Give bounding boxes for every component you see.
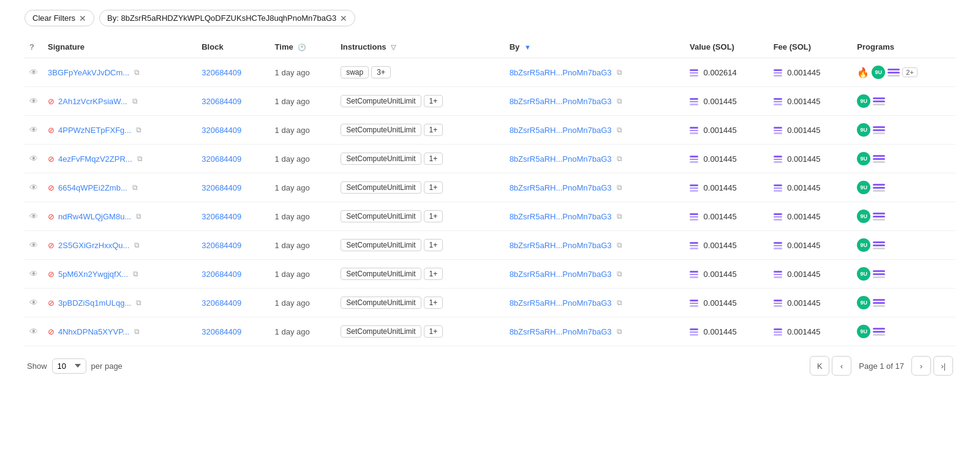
by-link[interactable]: 8bZsrR5aRH...PnoMn7baG3 (510, 327, 612, 336)
clear-filters-button[interactable]: Clear Filters ✕ (24, 10, 94, 26)
error-icon: ⊘ (48, 97, 55, 106)
time-cell: 1 day ago (270, 202, 336, 231)
by-copy-icon[interactable]: ⧉ (617, 68, 622, 77)
by-link[interactable]: 8bZsrR5aRH...PnoMn7baG3 (510, 298, 612, 308)
instruction-badge[interactable]: 1+ (424, 325, 443, 338)
copy-icon[interactable]: ⧉ (137, 154, 143, 163)
eye-icon[interactable]: 👁 (29, 327, 38, 336)
block-link[interactable]: 320684409 (202, 183, 241, 192)
block-link[interactable]: 320684409 (202, 154, 241, 164)
copy-icon[interactable]: ⧉ (134, 241, 140, 249)
help-icon[interactable]: ? (29, 42, 34, 51)
prev-page-button[interactable]: ‹ (832, 356, 851, 376)
eye-icon[interactable]: 👁 (29, 67, 38, 77)
copy-icon[interactable]: ⧉ (134, 327, 140, 336)
by-copy-icon[interactable]: ⧉ (617, 212, 622, 221)
by-copy-icon[interactable]: ⧉ (617, 327, 622, 336)
signature-link[interactable]: 6654qWPEi2Zmb... (58, 183, 127, 192)
block-link[interactable]: 320684409 (202, 97, 241, 106)
eye-icon[interactable]: 👁 (29, 240, 38, 250)
next-page-button[interactable]: › (911, 356, 931, 376)
by-link[interactable]: 8bZsrR5aRH...PnoMn7baG3 (510, 126, 612, 135)
by-copy-icon[interactable]: ⧉ (617, 97, 622, 105)
instruction-badge[interactable]: SetComputeUnitLimit (341, 325, 421, 338)
block-link[interactable]: 320684409 (202, 241, 241, 250)
show-label: Show (27, 361, 47, 371)
signature-link[interactable]: 4PPWzNETpFXFg... (58, 126, 131, 135)
per-page-select[interactable]: 10 25 50 100 (52, 358, 86, 374)
signature-link[interactable]: 3BGFpYeAkVJvDCm... (48, 68, 129, 77)
clear-filters-close-icon[interactable]: ✕ (79, 14, 86, 23)
by-copy-icon[interactable]: ⧉ (617, 183, 622, 192)
eye-icon[interactable]: 👁 (29, 211, 38, 221)
signature-link[interactable]: 2S5GXiGrzHxxQu... (58, 241, 129, 250)
instructions-cell: SetComputeUnitLimit1+ (336, 231, 504, 260)
instruction-badge[interactable]: 3+ (371, 66, 391, 78)
eye-icon[interactable]: 👁 (29, 298, 38, 308)
by-copy-icon[interactable]: ⧉ (617, 126, 622, 134)
copy-icon[interactable]: ⧉ (136, 212, 141, 221)
eye-icon[interactable]: 👁 (29, 96, 38, 106)
instruction-badge[interactable]: SetComputeUnitLimit (341, 297, 421, 309)
instruction-badge[interactable]: 1+ (424, 95, 443, 107)
copy-icon[interactable]: ⧉ (134, 68, 140, 77)
last-page-button[interactable]: ›| (933, 356, 953, 376)
by-link[interactable]: 8bZsrR5aRH...PnoMn7baG3 (510, 183, 612, 192)
instruction-badge[interactable]: SetComputeUnitLimit (341, 181, 421, 194)
instructions-filter-icon[interactable]: ▽ (391, 44, 396, 51)
instruction-badge[interactable]: 1+ (424, 268, 443, 280)
instruction-badge[interactable]: SetComputeUnitLimit (341, 210, 421, 222)
signature-link[interactable]: 4ezFvFMqzV2ZPR... (58, 154, 132, 164)
first-page-button[interactable]: K (810, 356, 829, 376)
by-copy-icon[interactable]: ⧉ (617, 298, 622, 307)
instruction-badge[interactable]: 1+ (424, 153, 443, 165)
copy-icon[interactable]: ⧉ (136, 298, 141, 307)
eye-cell: 👁 (24, 145, 43, 173)
instruction-badge[interactable]: 1+ (424, 297, 443, 309)
instruction-badge[interactable]: SetComputeUnitLimit (341, 124, 421, 136)
by-copy-icon[interactable]: ⧉ (617, 270, 622, 278)
copy-icon[interactable]: ⧉ (133, 270, 138, 278)
eye-icon[interactable]: 👁 (29, 183, 38, 192)
copy-icon[interactable]: ⧉ (136, 126, 141, 134)
block-link[interactable]: 320684409 (202, 68, 241, 77)
signature-link[interactable]: 3pBDZiSq1mULqg... (58, 298, 131, 308)
by-filter-icon[interactable]: ▼ (524, 44, 531, 51)
instruction-badge[interactable]: 1+ (424, 239, 443, 251)
instruction-badge[interactable]: 1+ (424, 210, 443, 222)
by-link[interactable]: 8bZsrR5aRH...PnoMn7baG3 (510, 270, 612, 279)
time-clock-icon[interactable]: 🕐 (298, 44, 306, 51)
block-link[interactable]: 320684409 (202, 126, 241, 135)
active-filter-chip[interactable]: By: 8bZsrR5aRHDZYkWPLQoDFZUKsHCTeJ8uqhPn… (99, 10, 355, 26)
block-link[interactable]: 320684409 (202, 298, 241, 308)
eye-icon[interactable]: 👁 (29, 154, 38, 164)
value-cell: 0.001445 (685, 87, 769, 116)
instruction-badge[interactable]: SetComputeUnitLimit (341, 95, 421, 107)
signature-link[interactable]: ndRw4WLQjGM8u... (58, 212, 131, 221)
by-link[interactable]: 8bZsrR5aRH...PnoMn7baG3 (510, 241, 612, 250)
by-copy-icon[interactable]: ⧉ (617, 154, 622, 163)
signature-link[interactable]: 5pM6Xn2YwgjqfX... (58, 270, 128, 279)
by-link[interactable]: 8bZsrR5aRH...PnoMn7baG3 (510, 68, 612, 77)
instruction-badge[interactable]: SetComputeUnitLimit (341, 153, 421, 165)
signature-cell: ⊘ 4NhxDPNa5XYVP... ⧉ (43, 317, 197, 346)
eye-icon[interactable]: 👁 (29, 269, 38, 279)
block-link[interactable]: 320684409 (202, 270, 241, 279)
signature-link[interactable]: 2Ah1zVcrKPsiaW... (58, 97, 127, 106)
instruction-badge[interactable]: SetComputeUnitLimit (341, 268, 421, 280)
block-link[interactable]: 320684409 (202, 212, 241, 221)
copy-icon[interactable]: ⧉ (132, 183, 138, 192)
by-link[interactable]: 8bZsrR5aRH...PnoMn7baG3 (510, 97, 612, 106)
by-link[interactable]: 8bZsrR5aRH...PnoMn7baG3 (510, 212, 612, 221)
instruction-badge[interactable]: SetComputeUnitLimit (341, 239, 421, 251)
by-link[interactable]: 8bZsrR5aRH...PnoMn7baG3 (510, 154, 612, 164)
block-link[interactable]: 320684409 (202, 327, 241, 336)
eye-icon[interactable]: 👁 (29, 125, 38, 135)
instruction-badge[interactable]: 1+ (424, 124, 443, 136)
signature-link[interactable]: 4NhxDPNa5XYVP... (58, 327, 129, 336)
active-filter-close-icon[interactable]: ✕ (340, 14, 347, 23)
copy-icon[interactable]: ⧉ (132, 97, 138, 105)
instruction-badge[interactable]: swap (341, 66, 369, 78)
by-copy-icon[interactable]: ⧉ (617, 241, 622, 249)
instruction-badge[interactable]: 1+ (424, 181, 443, 194)
